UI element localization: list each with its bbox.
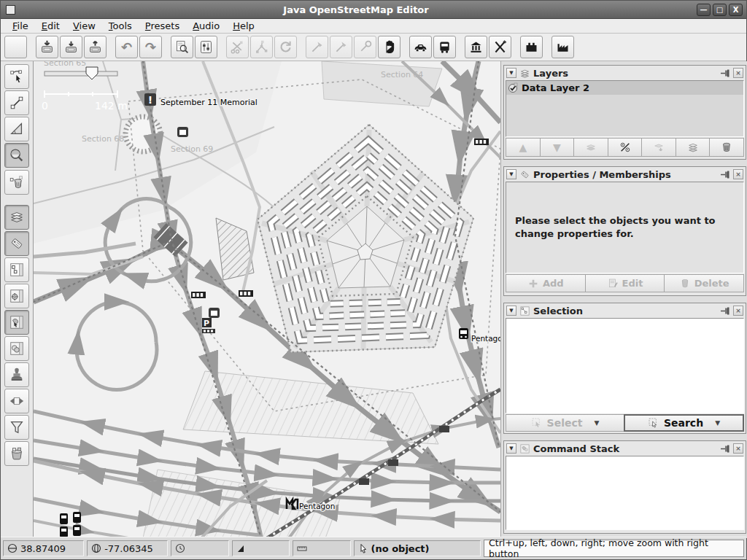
sticky-pin-icon[interactable] bbox=[720, 169, 730, 179]
layer-list-button[interactable] bbox=[676, 138, 711, 157]
layers-list[interactable]: Data Layer 2 bbox=[506, 80, 744, 137]
app-window: Java OpenStreetMap Editor — □ X File Edi… bbox=[0, 0, 747, 560]
stamp-icon bbox=[9, 367, 25, 383]
minimize-button[interactable]: — bbox=[697, 4, 711, 16]
layer-up-button[interactable]: ▲ bbox=[506, 138, 541, 157]
menu-presets[interactable]: Presets bbox=[139, 20, 185, 32]
close-panel-icon[interactable]: × bbox=[733, 306, 743, 316]
preferences-button[interactable] bbox=[195, 36, 217, 58]
undo-button[interactable]: ↶ bbox=[115, 36, 138, 58]
redo-button[interactable]: ↷ bbox=[139, 36, 162, 58]
selection-list[interactable] bbox=[506, 318, 744, 413]
properties-dialog-toggle[interactable] bbox=[4, 231, 29, 256]
conflict-icon bbox=[9, 393, 25, 409]
tool-b-button[interactable] bbox=[330, 36, 352, 58]
zoom-tool-button[interactable] bbox=[4, 143, 29, 168]
menu-tools[interactable]: Tools bbox=[103, 20, 138, 32]
search-button[interactable]: Search ▼ bbox=[624, 414, 744, 432]
menu-file[interactable]: File bbox=[7, 20, 34, 32]
car-preset-button[interactable] bbox=[409, 36, 432, 58]
wrench-icon bbox=[357, 39, 373, 55]
select-button[interactable]: Select ▼ bbox=[506, 414, 624, 432]
search-objects-button[interactable] bbox=[171, 36, 193, 58]
restaurant-preset-button[interactable] bbox=[489, 36, 511, 58]
ruler-icon bbox=[297, 543, 307, 553]
window-title: Java OpenStreetMap Editor bbox=[15, 4, 697, 15]
filter-dialog-toggle[interactable] bbox=[4, 415, 29, 440]
command-stack-list[interactable] bbox=[506, 456, 744, 530]
delete-layer-button[interactable] bbox=[709, 138, 744, 157]
tool-a-button[interactable] bbox=[306, 36, 328, 58]
merge-layer-button[interactable] bbox=[573, 138, 608, 157]
stop-button[interactable] bbox=[378, 36, 400, 58]
sticky-pin-icon[interactable] bbox=[720, 443, 730, 454]
save-button[interactable] bbox=[36, 36, 58, 58]
changeset-dialog-toggle[interactable] bbox=[4, 441, 29, 466]
selection-dialog-toggle[interactable] bbox=[4, 310, 29, 335]
close-panel-icon[interactable]: × bbox=[733, 443, 743, 454]
castle-preset-button[interactable] bbox=[520, 36, 543, 58]
menu-audio[interactable]: Audio bbox=[187, 20, 225, 32]
collapse-icon[interactable]: ▼ bbox=[506, 306, 516, 316]
memorial-label: September 11 Memorial bbox=[160, 98, 258, 107]
conflict-dialog-toggle[interactable] bbox=[4, 389, 29, 413]
bank-preset-button[interactable] bbox=[465, 36, 487, 58]
update-data-button[interactable] bbox=[274, 36, 297, 58]
sticky-pin-icon[interactable] bbox=[720, 306, 730, 316]
preferences-dialog-toggle[interactable] bbox=[4, 284, 29, 308]
tv-icon bbox=[177, 127, 188, 137]
layer-row[interactable]: Data Layer 2 bbox=[506, 81, 743, 95]
close-panel-icon[interactable]: × bbox=[733, 68, 743, 78]
collapse-icon[interactable]: ▼ bbox=[506, 68, 516, 78]
refresh-icon bbox=[278, 39, 293, 55]
svg-text:P: P bbox=[204, 319, 209, 328]
history-dialog-toggle[interactable] bbox=[4, 362, 29, 387]
tool-c-button[interactable] bbox=[354, 36, 376, 58]
menu-help[interactable]: Help bbox=[227, 20, 260, 32]
latitude-field: 38.87409 bbox=[3, 540, 84, 556]
tv-icon bbox=[209, 308, 220, 318]
save-icon bbox=[39, 39, 55, 55]
upload-icon bbox=[88, 39, 103, 55]
select-tool-button[interactable] bbox=[4, 64, 29, 89]
open-button[interactable] bbox=[4, 36, 27, 58]
layers-panel-title: Layers bbox=[533, 68, 717, 79]
measure-tool-button[interactable] bbox=[4, 117, 29, 141]
close-panel-icon[interactable]: × bbox=[733, 169, 743, 179]
draw-node-tool-button[interactable] bbox=[4, 90, 29, 115]
bus-icon bbox=[437, 39, 452, 55]
selection-panel: ▼ Selection × Select ▼ Sea bbox=[503, 303, 746, 434]
show-hide-button[interactable] bbox=[608, 138, 643, 157]
menu-view[interactable]: View bbox=[67, 20, 101, 32]
download-button[interactable] bbox=[60, 36, 82, 58]
bus-preset-button[interactable] bbox=[433, 36, 456, 58]
delete-tool-button[interactable] bbox=[4, 170, 29, 195]
maximize-button[interactable]: □ bbox=[713, 4, 727, 16]
download-icon bbox=[63, 39, 79, 55]
add-property-button[interactable]: Add bbox=[506, 274, 586, 292]
mappaint-dialog-toggle[interactable] bbox=[4, 336, 29, 361]
unglue-button[interactable] bbox=[226, 36, 249, 58]
delete-property-button[interactable]: Delete bbox=[664, 274, 744, 292]
latitude-icon bbox=[7, 543, 18, 553]
document-search-icon bbox=[174, 39, 190, 55]
works-preset-button[interactable] bbox=[551, 36, 574, 58]
eye-slash-icon bbox=[619, 141, 631, 153]
edit-property-button[interactable]: Edit bbox=[585, 274, 665, 292]
trash-icon bbox=[679, 278, 691, 289]
map-canvas[interactable]: ! P bbox=[34, 61, 500, 538]
menu-bar: File Edit View Tools Presets Audio Help bbox=[1, 19, 746, 34]
platform-icon bbox=[191, 292, 206, 298]
relations-dialog-toggle[interactable] bbox=[4, 257, 29, 282]
collapse-icon[interactable]: ▼ bbox=[506, 443, 516, 454]
upload-button[interactable] bbox=[84, 36, 107, 58]
app-icon bbox=[6, 5, 15, 15]
layers-dialog-toggle[interactable] bbox=[4, 205, 29, 230]
duplicate-layer-button[interactable] bbox=[641, 138, 676, 157]
collapse-icon[interactable]: ▼ bbox=[506, 169, 516, 179]
split-way-button[interactable] bbox=[250, 36, 273, 58]
close-button[interactable]: X bbox=[729, 4, 743, 16]
sticky-pin-icon[interactable] bbox=[720, 68, 730, 78]
menu-edit[interactable]: Edit bbox=[36, 20, 66, 32]
layer-down-button[interactable]: ▼ bbox=[540, 138, 575, 157]
